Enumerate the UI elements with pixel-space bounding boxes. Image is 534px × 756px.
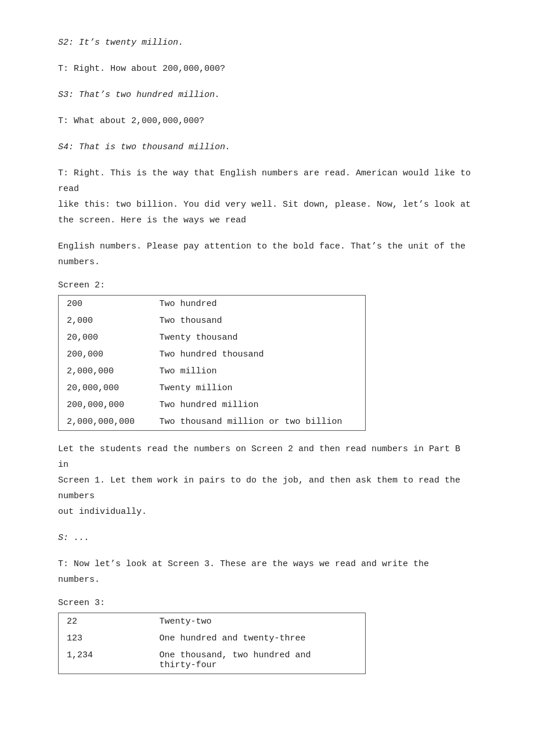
screen3-label: Screen 3: bbox=[58, 598, 476, 608]
s2-line: S2: It’s twenty million. bbox=[58, 35, 476, 51]
table-row: Two thousand million or two billion bbox=[151, 413, 366, 431]
s-dots-line: S: ... bbox=[58, 530, 476, 546]
table-row: 2,000 bbox=[59, 312, 151, 329]
table-row: Twenty thousand bbox=[151, 329, 366, 346]
table-row: 200 bbox=[59, 296, 151, 313]
table-row: Two hundred thousand bbox=[151, 346, 366, 363]
t3-line1: T: Right. This is the way that English n… bbox=[58, 165, 476, 197]
t4-line3: out individually. bbox=[58, 504, 476, 520]
table-row: Twenty million bbox=[151, 380, 366, 397]
t3-line3: the screen. Here is the ways we read bbox=[58, 213, 476, 228]
t2-line: T: What about 2,000,000,000? bbox=[58, 113, 476, 129]
table-row: Two million bbox=[151, 363, 366, 380]
t4-line2: Screen 1. Let them work in pairs to do t… bbox=[58, 473, 476, 504]
table-row: 22 bbox=[59, 613, 151, 631]
table-row: 20,000 bbox=[59, 329, 151, 346]
t4-line1: Let the students read the numbers on Scr… bbox=[58, 441, 476, 473]
table-row: 1,234 bbox=[59, 647, 151, 674]
table-row: Two hundred million bbox=[151, 397, 366, 413]
table-row: Two hundred bbox=[151, 296, 366, 313]
table-row: 20,000,000 bbox=[59, 380, 151, 397]
s3-line: S3: That’s two hundred million. bbox=[58, 87, 476, 103]
screen3-table: 22Twenty-two123One hundred and twenty-th… bbox=[58, 613, 366, 674]
s4-line: S4: That is two thousand million. bbox=[58, 139, 476, 155]
table-row: 2,000,000,000 bbox=[59, 413, 151, 431]
screen2-label: Screen 2: bbox=[58, 280, 476, 290]
table-row: One thousand, two hundred andthirty-four bbox=[151, 647, 366, 674]
t1-line: T: Right. How about 200,000,000? bbox=[58, 61, 476, 77]
screen2-table: 200Two hundred2,000Two thousand20,000Twe… bbox=[58, 295, 366, 431]
t3-line2: like this: two billion. You did very wel… bbox=[58, 197, 476, 213]
t5-line: T: Now let’s look at Screen 3. These are… bbox=[58, 556, 476, 588]
table-row: 200,000,000 bbox=[59, 397, 151, 413]
table-row: Two thousand bbox=[151, 312, 366, 329]
table-row: One hundred and twenty-three bbox=[151, 630, 366, 647]
table-row: Twenty-two bbox=[151, 613, 366, 631]
table-row: 123 bbox=[59, 630, 151, 647]
t3-line4: English numbers. Please pay attention to… bbox=[58, 239, 476, 254]
t3-line5: numbers. bbox=[58, 254, 476, 270]
table-row: 2,000,000 bbox=[59, 363, 151, 380]
table-row: 200,000 bbox=[59, 346, 151, 363]
